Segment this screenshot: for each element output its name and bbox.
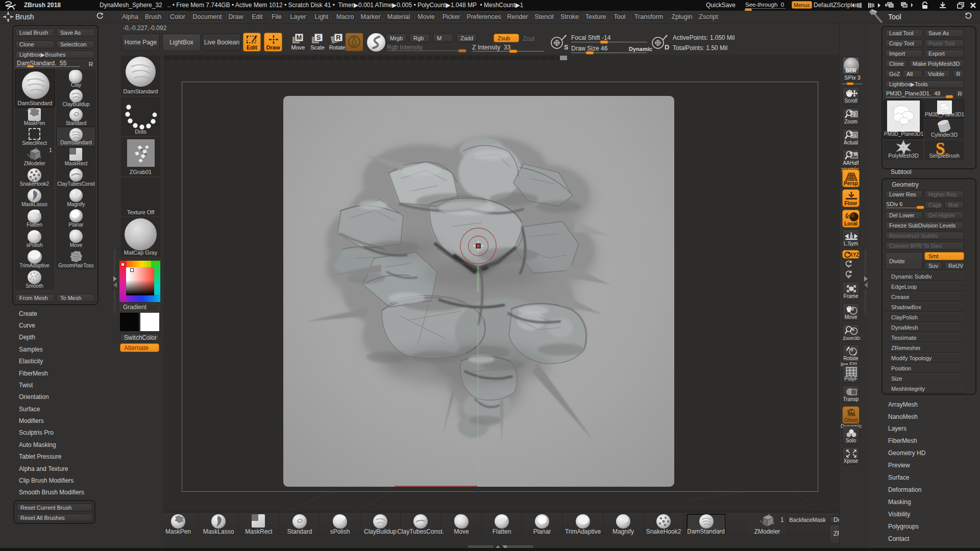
svg-text:x1: x1 <box>852 133 856 138</box>
svg-text:D: D <box>665 43 669 51</box>
svg-text:M: M <box>297 34 302 41</box>
svg-text:Z: Z <box>847 274 850 279</box>
svg-text:S: S <box>316 34 321 41</box>
svg-text:R: R <box>336 34 341 41</box>
svg-text:Y: Y <box>847 264 850 268</box>
svg-text:S: S <box>564 43 568 51</box>
